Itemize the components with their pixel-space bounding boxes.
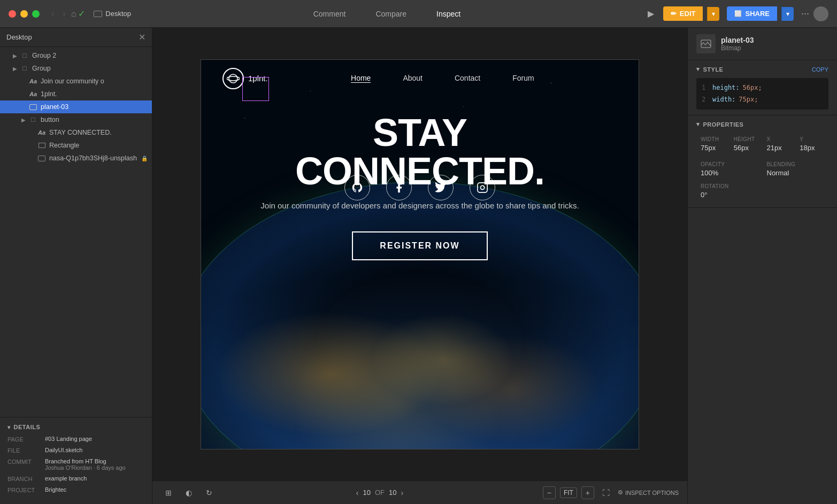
edit-label: EDIT	[680, 10, 696, 18]
details-val-file: DailyUI.sketch	[45, 447, 144, 454]
nav-about[interactable]: About	[403, 74, 423, 83]
minimize-traffic-light[interactable]	[20, 10, 28, 18]
details-section-title: DETAILS	[14, 424, 41, 430]
share-dropdown-button[interactable]: ▾	[781, 7, 794, 21]
nav-comment[interactable]: Comment	[309, 7, 350, 20]
details-key-branch: BRANCH	[7, 475, 45, 482]
refresh-button[interactable]: ↻	[202, 485, 217, 500]
fullscreen-button[interactable]: ⛶	[598, 485, 613, 500]
folder-icon-group: □	[20, 64, 29, 73]
avatar[interactable]	[813, 6, 828, 21]
twitter-icon[interactable]	[428, 175, 454, 200]
details-row-page: PAGE #03 Landing page	[7, 436, 144, 443]
theme-toggle-button[interactable]: ◐	[181, 485, 196, 500]
sidebar-close-button[interactable]: ✕	[139, 32, 145, 42]
sidebar-item-group[interactable]: ▶ □ Group	[0, 62, 152, 75]
details-val-commit-sub: Joshua O'Riordan · 6 days ago	[45, 464, 144, 471]
zoom-out-button[interactable]: −	[543, 486, 556, 499]
item-label-button: button	[41, 116, 148, 123]
logo-area: 1plnt.	[222, 68, 268, 89]
details-val-page: #03 Landing page	[45, 436, 144, 443]
next-page-button[interactable]: ›	[401, 489, 403, 497]
prop-y: Y 18px	[795, 133, 828, 155]
rect-icon	[37, 141, 46, 150]
sidebar-item-1plnt[interactable]: ▶ Aa 1plnt.	[0, 88, 152, 100]
image-icon-planet03	[29, 103, 37, 111]
prop-y-value: 18px	[800, 144, 824, 152]
prop-opacity-label: OPACITY	[701, 161, 758, 167]
checkmark-button[interactable]: ✓	[78, 9, 85, 19]
item-label-stay: STAY CONNECTED.	[49, 129, 148, 136]
prop-width-label: WIDTH	[701, 136, 725, 142]
prop-opacity-value: 100%	[701, 169, 758, 177]
grid-view-button[interactable]: ⊞	[161, 485, 176, 500]
facebook-icon[interactable]	[386, 175, 412, 200]
canvas-viewport[interactable]: 1plnt. Home About Contact Forum STAY	[152, 28, 687, 480]
prop-opacity: OPACITY 100%	[696, 158, 763, 180]
edit-dropdown-button[interactable]: ▾	[707, 7, 719, 21]
svg-rect-2	[478, 182, 487, 192]
sidebar-item-group2[interactable]: ▶ □ Group 2	[0, 49, 152, 62]
properties-chevron: ▾	[696, 121, 700, 128]
sidebar-details: ▾ DETAILS PAGE #03 Landing page FILE Dai…	[0, 417, 152, 504]
sidebar-item-planet03[interactable]: ▶ planet-03	[0, 100, 152, 113]
details-val-commit: Branched from HT Blog	[45, 458, 144, 464]
zoom-fit-button[interactable]: FIT	[560, 487, 577, 498]
svg-point-0	[229, 74, 237, 83]
share-label: SHARE	[745, 10, 770, 18]
properties-label: PROPERTIES	[703, 121, 744, 128]
play-button[interactable]: ▶	[643, 6, 659, 22]
sidebar-item-join[interactable]: ▶ Aa Join our community o	[0, 75, 152, 88]
github-icon[interactable]	[344, 175, 370, 200]
prop-width: WIDTH 75px	[696, 133, 730, 155]
item-label-group: Group	[32, 65, 148, 72]
details-title: ▾ DETAILS	[7, 424, 144, 430]
back-button[interactable]: ‹	[48, 8, 57, 20]
nav-forum[interactable]: Forum	[512, 74, 534, 83]
page-current: 10	[363, 489, 370, 497]
cta-button[interactable]: REGISTER NOW	[352, 231, 487, 260]
sidebar-item-nasa[interactable]: ▶ nasa-Q1p7bh3SHj8-unsplash 🔒	[0, 152, 152, 165]
details-val-branch: example branch	[45, 475, 144, 482]
nav-home[interactable]: Home	[351, 74, 371, 83]
sidebar: Desktop ✕ ▶ □ Group 2 ▶ □ Group ▶	[0, 28, 152, 504]
code-block: 1 height: 56px; 2 width: 75px;	[696, 78, 828, 110]
details-row-commit: COMMIT Branched from HT Blog Joshua O'Ri…	[7, 458, 144, 471]
code-line-2: 2 width: 75px;	[702, 94, 823, 106]
lock-icon: 🔒	[141, 156, 148, 161]
traffic-lights	[9, 10, 40, 18]
close-traffic-light[interactable]	[9, 10, 16, 18]
panel-title: planet-03	[721, 36, 754, 44]
more-options-button[interactable]: ···	[801, 8, 809, 19]
tab-label[interactable]: Desktop	[105, 10, 131, 18]
panel-subtitle: Bitmap	[721, 44, 754, 52]
titlebar-right: ▶ ✏ EDIT ▾ ⬜ SHARE ▾ ···	[643, 6, 828, 22]
sidebar-item-stay[interactable]: ▶ Aa STAY CONNECTED.	[0, 126, 152, 139]
instagram-icon[interactable]	[470, 175, 495, 200]
style-section-title: ▾ STYLE	[696, 66, 723, 73]
home-button[interactable]: ⌂	[71, 9, 76, 19]
nav-contact[interactable]: Contact	[455, 74, 480, 83]
inspect-options-label: INSPECT OPTIONS	[625, 490, 679, 496]
nav-inspect[interactable]: Inspect	[432, 7, 465, 20]
forward-button[interactable]: ›	[59, 8, 68, 20]
nav-compare[interactable]: Compare	[371, 7, 411, 20]
inspect-options-button[interactable]: ⚙ INSPECT OPTIONS	[618, 489, 679, 496]
canvas-frame: 1plnt. Home About Contact Forum STAY	[201, 59, 639, 449]
code-line-1: 1 height: 56px;	[702, 82, 823, 94]
sidebar-item-rectangle[interactable]: ▶ Rectangle	[0, 139, 152, 152]
share-button[interactable]: ⬜ SHARE	[727, 6, 777, 21]
prev-page-button[interactable]: ‹	[356, 489, 359, 497]
logo-text: 1plnt.	[248, 74, 268, 83]
image-icon-nasa	[37, 154, 46, 162]
edit-button[interactable]: ✏ EDIT	[663, 6, 703, 21]
copy-style-button[interactable]: COPY	[812, 66, 828, 73]
prop-x: X 21px	[763, 133, 796, 155]
maximize-traffic-light[interactable]	[32, 10, 40, 18]
prop-width-value: 75px	[701, 144, 725, 152]
zoom-in-button[interactable]: +	[581, 486, 594, 499]
sidebar-item-button[interactable]: ▶ □ button	[0, 113, 152, 126]
properties-section: ▾ PROPERTIES WIDTH 75px HEIGHT 56px X 21…	[688, 115, 837, 208]
text-icon-stay: Aa	[37, 128, 46, 137]
expand-arrow-group: ▶	[13, 66, 20, 72]
